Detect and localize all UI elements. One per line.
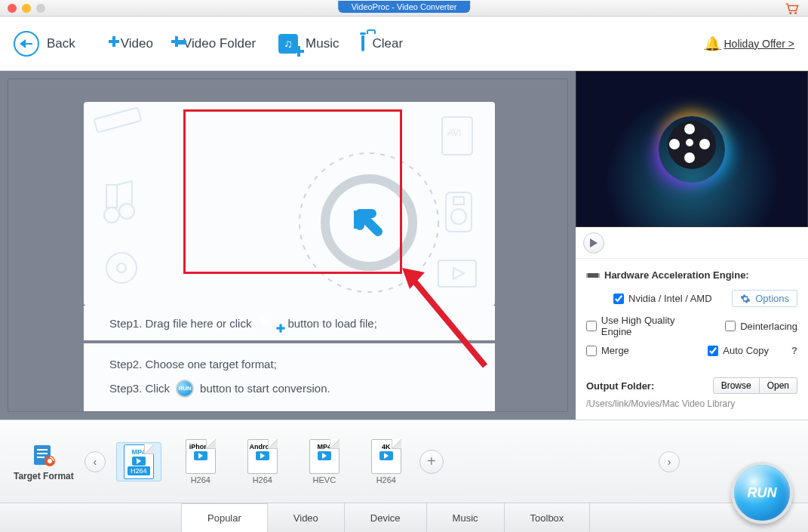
back-arrow-icon bbox=[14, 31, 39, 57]
engine-title-text: Hardware Acceleration Engine: bbox=[604, 269, 749, 281]
target-format-label: Target Format bbox=[14, 471, 74, 481]
options-label: Options bbox=[755, 293, 789, 304]
preview-controls bbox=[576, 227, 808, 259]
app-logo-icon bbox=[659, 116, 725, 183]
titlebar: VideoProc - Video Converter bbox=[0, 0, 808, 17]
svg-point-0 bbox=[789, 12, 791, 14]
nvidia-checkbox[interactable]: Nvidia / Intel / AMD bbox=[613, 293, 712, 304]
format-option-mp4-hevc[interactable]: MP4HEVCHEVC bbox=[302, 439, 347, 484]
nvidia-label: Nvidia / Intel / AMD bbox=[628, 293, 712, 304]
engine-panel: Hardware Acceleration Engine: Nvidia / I… bbox=[576, 259, 808, 371]
svg-line-17 bbox=[410, 275, 485, 366]
output-path: /Users/link/Movies/Mac Video Library bbox=[586, 398, 797, 409]
back-button[interactable]: Back bbox=[14, 31, 75, 57]
svg-marker-19 bbox=[590, 238, 598, 248]
drop-stage: AVI Step1. Drag file here or bbox=[0, 71, 576, 420]
clear-label: Clear bbox=[372, 36, 403, 51]
close-window-icon[interactable] bbox=[8, 4, 17, 13]
svg-point-5 bbox=[119, 204, 134, 219]
step3-text-a: Step3. Click bbox=[109, 382, 170, 395]
svg-rect-2 bbox=[94, 108, 142, 133]
svg-rect-20 bbox=[588, 273, 598, 278]
svg-text:AVI: AVI bbox=[447, 128, 461, 138]
svg-point-6 bbox=[106, 253, 137, 283]
svg-rect-28 bbox=[37, 449, 48, 451]
annotation-arrow-icon bbox=[402, 268, 508, 381]
step1-text-b: button to load file; bbox=[287, 317, 376, 330]
svg-rect-12 bbox=[453, 197, 464, 204]
trash-icon bbox=[361, 37, 364, 51]
format-strip: MP4H264H264iPhoneH264H264AndroidH264H264… bbox=[116, 439, 409, 484]
svg-rect-30 bbox=[37, 457, 45, 458]
cart-icon[interactable] bbox=[785, 3, 799, 15]
run-icon: RUN bbox=[176, 380, 194, 398]
step3-text-b: button to start conversion. bbox=[200, 382, 330, 395]
toolbar: Back Video Video Folder ♫ Music Clear 🔔 … bbox=[0, 17, 808, 71]
add-video-folder-button[interactable]: Video Folder bbox=[176, 36, 256, 51]
autocopy-label: Auto Copy bbox=[723, 345, 769, 356]
run-button[interactable]: RUN bbox=[731, 462, 793, 524]
music-icon: ♫ bbox=[278, 34, 298, 54]
maximize-window-icon[interactable] bbox=[36, 4, 45, 13]
sidebar: Hardware Acceleration Engine: Nvidia / I… bbox=[576, 71, 808, 420]
tab-device[interactable]: Device bbox=[345, 503, 427, 532]
holiday-offer-label: Holiday Offer > bbox=[724, 38, 794, 50]
deinterlace-label: Deinterlacing bbox=[740, 321, 797, 332]
svg-point-7 bbox=[117, 263, 126, 272]
format-option-iphone-h264[interactable]: iPhoneH264H264 bbox=[178, 439, 223, 484]
add-music-button[interactable]: ♫ Music bbox=[278, 34, 339, 54]
play-icon bbox=[590, 238, 598, 248]
add-format-button[interactable]: + bbox=[419, 450, 444, 474]
formats-prev-button[interactable]: ‹ bbox=[84, 451, 106, 472]
svg-rect-10 bbox=[446, 192, 472, 232]
format-option-4k-h264[interactable]: 4KH264H264 bbox=[364, 439, 409, 484]
options-button[interactable]: Options bbox=[732, 290, 797, 307]
step1-text-a: Step1. Drag file here or click bbox=[109, 317, 251, 330]
holiday-offer-link[interactable]: 🔔 Holiday Offer > bbox=[704, 35, 794, 52]
tab-toolbox[interactable]: Toolbox bbox=[505, 503, 591, 532]
tab-music[interactable]: Music bbox=[427, 503, 505, 532]
svg-rect-3 bbox=[106, 185, 117, 208]
open-button[interactable]: Open bbox=[760, 377, 797, 394]
preview-pane bbox=[576, 71, 808, 227]
target-format-icon bbox=[31, 442, 57, 468]
hq-label: Use High Quality Engine bbox=[601, 315, 707, 337]
autocopy-checkbox[interactable]: Auto Copy bbox=[708, 345, 769, 356]
clear-button[interactable]: Clear bbox=[361, 36, 403, 51]
chip-icon bbox=[586, 272, 600, 279]
minimize-window-icon[interactable] bbox=[22, 4, 31, 13]
formats-bar: Target Format ‹ MP4H264H264iPhoneH264H26… bbox=[0, 420, 808, 503]
svg-point-4 bbox=[104, 208, 119, 223]
merge-checkbox[interactable]: Merge bbox=[586, 345, 629, 356]
deinterlace-checkbox[interactable]: Deinterlacing bbox=[725, 321, 797, 332]
play-button[interactable] bbox=[583, 232, 604, 254]
tabs-bar: PopularVideoDeviceMusicToolbox bbox=[0, 503, 808, 532]
help-icon[interactable]: ? bbox=[791, 345, 797, 356]
window-title: VideoProc - Video Converter bbox=[338, 1, 471, 13]
back-label: Back bbox=[47, 36, 75, 51]
music-label: Music bbox=[306, 36, 339, 51]
tab-popular[interactable]: Popular bbox=[181, 503, 268, 532]
browse-button[interactable]: Browse bbox=[713, 377, 760, 394]
target-format-button[interactable]: Target Format bbox=[14, 442, 74, 481]
hq-checkbox[interactable]: Use High Quality Engine bbox=[586, 315, 707, 337]
formats-next-button[interactable]: › bbox=[659, 451, 680, 472]
gear-icon bbox=[740, 294, 751, 304]
svg-point-32 bbox=[48, 459, 52, 463]
add-video-button[interactable]: Video bbox=[113, 36, 153, 51]
merge-label: Merge bbox=[601, 345, 629, 356]
svg-point-11 bbox=[451, 209, 466, 224]
main-area: AVI Step1. Drag file here or bbox=[0, 71, 808, 420]
video-icon bbox=[256, 314, 283, 332]
annotation-highlight-box bbox=[183, 109, 402, 274]
window-controls bbox=[0, 4, 45, 13]
svg-point-1 bbox=[794, 12, 797, 14]
bell-icon: 🔔 bbox=[704, 35, 720, 52]
engine-title: Hardware Acceleration Engine: bbox=[586, 269, 797, 281]
format-option-android-h264[interactable]: AndroidH264H264 bbox=[240, 439, 285, 484]
video-folder-label: Video Folder bbox=[183, 36, 256, 51]
svg-rect-29 bbox=[37, 453, 48, 454]
format-option-mp4-h264[interactable]: MP4H264H264 bbox=[116, 442, 161, 481]
output-panel: Output Folder: Browse Open /Users/link/M… bbox=[576, 371, 808, 420]
tab-video[interactable]: Video bbox=[268, 503, 345, 532]
